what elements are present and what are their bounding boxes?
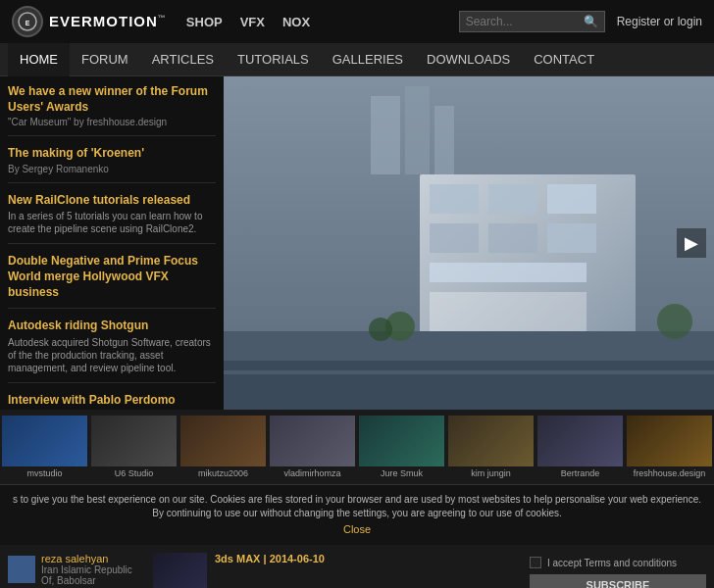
thumb-1[interactable]: U6 Studio bbox=[89, 414, 178, 480]
news-desc-4: Autodesk acquired Shotgun Software, crea… bbox=[8, 336, 216, 374]
thumb-img-2 bbox=[180, 416, 266, 466]
register-link[interactable]: Register or login bbox=[617, 15, 702, 28]
logo-icon: E bbox=[12, 6, 43, 37]
subscribe-checkbox[interactable] bbox=[530, 557, 541, 568]
thumb-name-0: mvstudio bbox=[2, 468, 87, 478]
thumb-img-0 bbox=[2, 416, 87, 466]
user-avatar-0 bbox=[8, 556, 35, 583]
news-subtitle-1: By Sergey Romanenko bbox=[8, 164, 216, 174]
thumb-name-7: freshhouse.design bbox=[627, 468, 712, 478]
news-desc-2: In a series of 5 tutorials you can learn… bbox=[8, 210, 216, 235]
news-title-3[interactable]: Double Negative and Prime Focus World me… bbox=[8, 254, 216, 300]
news-item-2: New RailClone tutorials released In a se… bbox=[8, 193, 216, 245]
svg-rect-13 bbox=[430, 263, 586, 282]
thumb-0[interactable]: mvstudio bbox=[0, 414, 89, 480]
news-feed: 3ds MAX | 2014-06-10 E3 2014 trailers an… bbox=[153, 553, 522, 588]
logo-area: E EVERMOTION™ bbox=[12, 6, 167, 37]
thumb-4[interactable]: Jure Smuk bbox=[357, 414, 446, 480]
thumb-name-5: kim jungin bbox=[448, 468, 534, 478]
news-item-1: The making of 'Kroenen' By Sergey Romane… bbox=[8, 146, 216, 183]
nav-home[interactable]: HOME bbox=[8, 43, 70, 76]
feed-content-0: 3ds MAX | 2014-06-10 bbox=[215, 553, 522, 588]
thumb-name-2: mikutzu2006 bbox=[180, 468, 266, 478]
nav-galleries[interactable]: GALLERIES bbox=[321, 43, 415, 76]
svg-text:E: E bbox=[26, 20, 30, 26]
cookie-notice: s to give you the best experience on our… bbox=[0, 484, 714, 545]
news-title-0[interactable]: We have a new winner of the Forum Users'… bbox=[8, 84, 216, 115]
news-title-1[interactable]: The making of 'Kroenen' bbox=[8, 146, 216, 162]
news-item-0: We have a new winner of the Forum Users'… bbox=[8, 84, 216, 136]
nav-tutorials[interactable]: TUTORIALS bbox=[226, 43, 321, 76]
cookie-close-button[interactable]: Close bbox=[12, 522, 702, 537]
thumb-name-1: U6 Studio bbox=[91, 468, 177, 478]
header: E EVERMOTION™ SHOP VFX NOX 🔍 Register or… bbox=[0, 0, 714, 43]
svg-rect-11 bbox=[488, 223, 537, 253]
top-nav-shop[interactable]: SHOP bbox=[186, 15, 223, 29]
top-nav-nox[interactable]: NOX bbox=[282, 15, 310, 29]
user-info-0: reza salehyan Iran Islamic Republic Of, … bbox=[41, 553, 145, 586]
svg-rect-4 bbox=[405, 86, 430, 174]
top-navigation: SHOP VFX NOX bbox=[186, 15, 459, 29]
thumb-5[interactable]: kim jungin bbox=[446, 414, 536, 480]
svg-rect-12 bbox=[547, 223, 596, 253]
thumb-img-3 bbox=[270, 416, 355, 466]
nav-articles[interactable]: ARTICLES bbox=[140, 43, 226, 76]
thumb-img-5 bbox=[448, 416, 534, 466]
thumb-img-1 bbox=[91, 416, 177, 466]
thumb-img-6 bbox=[537, 416, 623, 466]
news-sidebar: We have a new winner of the Forum Users'… bbox=[0, 76, 224, 410]
logo-trademark: ™ bbox=[158, 14, 167, 23]
svg-rect-5 bbox=[434, 106, 454, 174]
feed-thumb-0 bbox=[153, 553, 207, 588]
svg-rect-8 bbox=[488, 184, 537, 214]
subscribe-button[interactable]: SUBSCRIBE bbox=[530, 574, 706, 588]
search-input[interactable] bbox=[466, 15, 584, 28]
thumb-name-4: Jure Smuk bbox=[359, 468, 444, 478]
user-name-0[interactable]: reza salehyan bbox=[41, 553, 145, 564]
hero-visual bbox=[224, 76, 714, 410]
user-list: reza salehyan Iran Islamic Republic Of, … bbox=[8, 553, 145, 588]
thumb-name-3: vladimirhomza bbox=[270, 468, 355, 478]
content-area: We have a new winner of the Forum Users'… bbox=[0, 76, 714, 410]
subscribe-row: I accept Terms and conditions bbox=[530, 557, 706, 568]
news-title-5[interactable]: Interview with Pablo Perdomo bbox=[8, 393, 216, 409]
user-location-0: Iran Islamic Republic Of, Babolsar bbox=[41, 564, 145, 586]
nav-downloads[interactable]: DOWNLOADS bbox=[415, 43, 522, 76]
svg-rect-3 bbox=[371, 96, 400, 174]
thumb-img-4 bbox=[359, 416, 444, 466]
thumbnail-strip: mvstudio U6 Studio mikutzu2006 vladimirh… bbox=[0, 410, 714, 484]
thumb-name-6: Bertrande bbox=[537, 468, 623, 478]
search-icon[interactable]: 🔍 bbox=[584, 15, 598, 28]
news-item-5: Interview with Pablo Perdomo Mech-specia… bbox=[8, 393, 216, 410]
news-title-2[interactable]: New RailClone tutorials released bbox=[8, 193, 216, 209]
thumb-3[interactable]: vladimirhomza bbox=[268, 414, 357, 480]
main-navigation: HOME FORUM ARTICLES TUTORIALS GALLERIES … bbox=[0, 43, 714, 76]
nav-contact[interactable]: CONTACT bbox=[522, 43, 606, 76]
news-title-4[interactable]: Autodesk riding Shotgun bbox=[8, 318, 216, 334]
svg-rect-9 bbox=[547, 184, 596, 214]
svg-rect-20 bbox=[224, 370, 714, 374]
thumb-7[interactable]: freshhouse.design bbox=[625, 414, 714, 480]
subscribe-area: I accept Terms and conditions SUBSCRIBE bbox=[530, 553, 706, 588]
thumb-2[interactable]: mikutzu2006 bbox=[178, 414, 268, 480]
logo-text: EVERMOTION™ bbox=[49, 13, 167, 30]
svg-rect-16 bbox=[224, 361, 714, 410]
subscribe-label: I accept Terms and conditions bbox=[547, 558, 677, 568]
hero-image: ▶ bbox=[224, 76, 714, 410]
hero-next-arrow[interactable]: ▶ bbox=[677, 228, 706, 258]
svg-point-19 bbox=[657, 304, 692, 339]
svg-point-18 bbox=[369, 318, 392, 341]
bottom-area: reza salehyan Iran Islamic Republic Of, … bbox=[0, 545, 714, 588]
news-item-4: Autodesk riding Shotgun Autodesk acquire… bbox=[8, 318, 216, 383]
top-nav-vfx[interactable]: VFX bbox=[240, 15, 265, 29]
feed-title-0[interactable]: 3ds MAX | 2014-06-10 bbox=[215, 553, 522, 564]
user-item-0: reza salehyan Iran Islamic Republic Of, … bbox=[8, 553, 145, 586]
svg-rect-10 bbox=[430, 223, 479, 253]
feed-item-0: 3ds MAX | 2014-06-10 bbox=[153, 553, 522, 588]
nav-forum[interactable]: FORUM bbox=[70, 43, 140, 76]
logo-name: EVERMOTION bbox=[49, 13, 158, 29]
svg-rect-14 bbox=[430, 292, 586, 331]
search-area: 🔍 bbox=[459, 11, 605, 32]
news-subtitle-0: "Car Museum" by freshhouse.design bbox=[8, 117, 216, 127]
thumb-6[interactable]: Bertrande bbox=[536, 414, 625, 480]
